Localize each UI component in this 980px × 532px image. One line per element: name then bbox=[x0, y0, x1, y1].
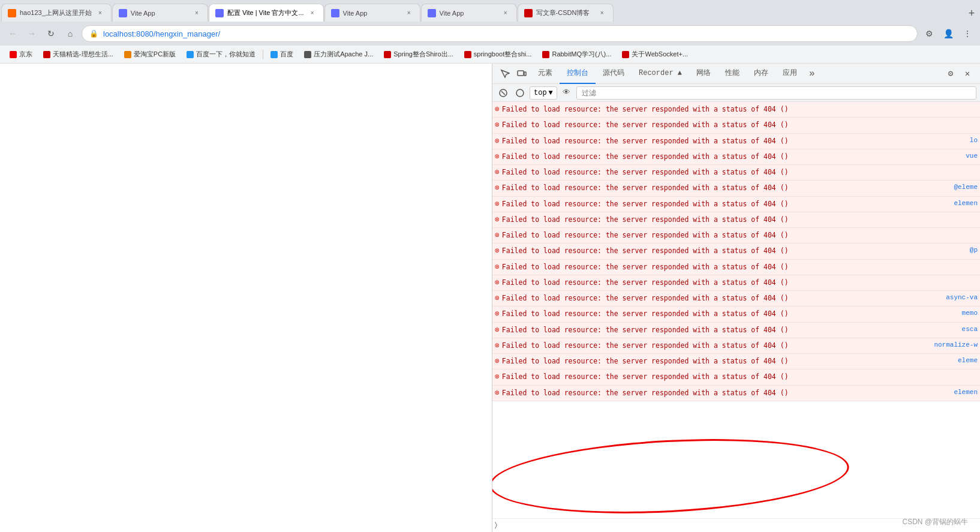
console-row-5[interactable]: ⊗Failed to load resource: the server res… bbox=[492, 181, 980, 196]
console-row-0[interactable]: ⊗Failed to load resource: the server res… bbox=[492, 102, 980, 118]
console-row-1[interactable]: ⊗Failed to load resource: the server res… bbox=[492, 118, 980, 133]
bookmark-item-7[interactable]: springboot整合shi... bbox=[459, 49, 537, 60]
console-message-11: Failed to load resource: the server resp… bbox=[502, 276, 978, 289]
bookmark-item-1[interactable]: 天猫精选-理想生活... bbox=[38, 49, 118, 60]
console-row-8[interactable]: ⊗Failed to load resource: the server res… bbox=[492, 228, 980, 244]
bookmark-label-5: 压力测试Apache J... bbox=[314, 50, 373, 59]
tab-close-tab1[interactable]: × bbox=[95, 8, 105, 18]
console-source-6[interactable]: elemen bbox=[954, 198, 978, 207]
console-source-14[interactable]: esca bbox=[962, 324, 978, 333]
devtools-tab-recorder[interactable]: Recorder ▲ bbox=[632, 64, 689, 84]
tab-close-tab4[interactable]: × bbox=[404, 8, 414, 18]
console-source-16[interactable]: eleme bbox=[958, 355, 978, 364]
bookmark-item-9[interactable]: 关于WebSocket+... bbox=[617, 49, 693, 60]
console-message-14: Failed to load resource: the server resp… bbox=[502, 324, 957, 336]
console-message-1: Failed to load resource: the server resp… bbox=[502, 119, 978, 131]
bookmarks-bar: 京东天猫精选-理想生活...爱淘宝PC新版百度一下，你就知道百度压力测试Apac… bbox=[0, 46, 980, 64]
browser-tab-tab6[interactable]: 写文章-CSDN博客× bbox=[518, 4, 614, 22]
clear-console-button[interactable] bbox=[496, 86, 510, 100]
back-button[interactable]: ← bbox=[5, 26, 20, 41]
address-text: localhost:8080/hengxin_manager/ bbox=[103, 29, 220, 38]
console-row-2[interactable]: ⊗Failed to load resource: the server res… bbox=[492, 134, 980, 149]
inspect-element-button[interactable] bbox=[497, 66, 513, 82]
error-icon-11: ⊗ bbox=[495, 278, 500, 287]
bookmark-label-7: springboot整合shi... bbox=[474, 50, 532, 59]
console-row-4[interactable]: ⊗Failed to load resource: the server res… bbox=[492, 165, 980, 181]
menu-button[interactable]: ⋮ bbox=[960, 26, 975, 41]
bookmark-item-8[interactable]: RabbitMQ学习(八)... bbox=[537, 49, 616, 60]
console-toolbar: top ▼ 👁 bbox=[492, 84, 980, 102]
devtools-tab-application[interactable]: 应用 bbox=[775, 64, 804, 84]
top-level-select[interactable]: top ▼ bbox=[530, 86, 557, 100]
console-source-9[interactable]: @p bbox=[970, 245, 978, 254]
console-source-3[interactable]: vue bbox=[966, 151, 978, 160]
error-icon-13: ⊗ bbox=[495, 309, 500, 318]
browser-tab-tab3[interactable]: 配置 Vite | Vite 官方中文...× bbox=[209, 4, 324, 22]
console-source-2[interactable]: lo bbox=[970, 135, 978, 144]
browser-tab-tab5[interactable]: Vite App× bbox=[421, 4, 517, 22]
console-row-13[interactable]: ⊗Failed to load resource: the server res… bbox=[492, 306, 980, 322]
devtools-tab-network[interactable]: 网络 bbox=[689, 64, 718, 84]
bookmark-item-5[interactable]: 压力测试Apache J... bbox=[299, 49, 378, 60]
home-button[interactable]: ⌂ bbox=[62, 26, 78, 41]
profile-button[interactable]: 👤 bbox=[940, 26, 956, 41]
console-row-16[interactable]: ⊗Failed to load resource: the server res… bbox=[492, 354, 980, 369]
console-row-17[interactable]: ⊗Failed to load resource: the server res… bbox=[492, 369, 980, 385]
bookmark-item-6[interactable]: Spring整合Shiro出... bbox=[379, 49, 458, 60]
tab-favicon-tab2 bbox=[119, 9, 127, 17]
browser-tab-tab2[interactable]: Vite App× bbox=[112, 4, 208, 22]
csdn-text: CSDN @背锅的蜗牛 bbox=[902, 518, 968, 526]
devtools-tab-memory[interactable]: 内存 bbox=[747, 64, 775, 84]
bookmark-item-2[interactable]: 爱淘宝PC新版 bbox=[119, 49, 181, 60]
browser-tab-tab4[interactable]: Vite App× bbox=[324, 4, 420, 22]
console-source-12[interactable]: async-va bbox=[946, 292, 978, 301]
extensions-button[interactable]: ⚙ bbox=[921, 26, 937, 41]
tab-title-tab3: 配置 Vite | Vite 官方中文... bbox=[227, 8, 304, 17]
tab-close-tab6[interactable]: × bbox=[597, 8, 607, 18]
tab-close-tab3[interactable]: × bbox=[308, 8, 317, 18]
devtools-close-button[interactable]: ✕ bbox=[960, 66, 975, 82]
bookmark-item-3[interactable]: 百度一下，你就知道 bbox=[182, 49, 260, 60]
console-row-11[interactable]: ⊗Failed to load resource: the server res… bbox=[492, 275, 980, 291]
device-toolbar-button[interactable] bbox=[514, 66, 530, 82]
console-row-7[interactable]: ⊗Failed to load resource: the server res… bbox=[492, 212, 980, 228]
bookmark-item-4[interactable]: 百度 bbox=[266, 49, 298, 60]
console-row-14[interactable]: ⊗Failed to load resource: the server res… bbox=[492, 323, 980, 338]
refresh-button[interactable]: ↻ bbox=[43, 26, 59, 41]
console-filter-input[interactable] bbox=[576, 86, 976, 100]
tab-close-tab2[interactable]: × bbox=[192, 8, 202, 18]
console-row-12[interactable]: ⊗Failed to load resource: the server res… bbox=[492, 291, 980, 306]
browser-tab-tab1[interactable]: hao123_上网从这里开始× bbox=[1, 4, 112, 22]
error-icon-15: ⊗ bbox=[495, 341, 500, 350]
console-row-10[interactable]: ⊗Failed to load resource: the server res… bbox=[492, 260, 980, 275]
bookmarks-divider bbox=[263, 50, 263, 59]
bookmark-item-0[interactable]: 京东 bbox=[5, 49, 37, 60]
error-icon-18: ⊗ bbox=[495, 388, 500, 398]
devtools-tab-console[interactable]: 控制台 bbox=[560, 64, 596, 84]
bookmark-label-8: RabbitMQ学习(八)... bbox=[552, 50, 611, 59]
console-source-18[interactable]: elemen bbox=[954, 387, 978, 396]
filter-button[interactable] bbox=[513, 86, 527, 100]
devtools-tab-elements[interactable]: 元素 bbox=[531, 64, 560, 84]
error-icon-8: ⊗ bbox=[495, 230, 500, 240]
new-tab-button[interactable]: + bbox=[963, 5, 980, 22]
console-message-18: Failed to load resource: the server resp… bbox=[502, 387, 949, 399]
console-output[interactable]: ⊗Failed to load resource: the server res… bbox=[492, 102, 980, 518]
devtools-more-button[interactable]: » bbox=[805, 64, 819, 84]
console-message-3: Failed to load resource: the server resp… bbox=[502, 151, 961, 163]
console-source-13[interactable]: memo bbox=[962, 308, 978, 317]
address-bar[interactable]: 🔒 localhost:8080/hengxin_manager/ bbox=[82, 25, 918, 42]
devtools-tab-sources[interactable]: 源代码 bbox=[596, 64, 632, 84]
console-source-5[interactable]: @eleme bbox=[954, 182, 978, 191]
devtools-settings-button[interactable]: ⚙ bbox=[943, 66, 958, 82]
forward-button[interactable]: → bbox=[24, 26, 40, 41]
console-eye-button[interactable]: 👁 bbox=[560, 86, 574, 100]
tab-close-tab5[interactable]: × bbox=[501, 8, 510, 18]
console-row-18[interactable]: ⊗Failed to load resource: the server res… bbox=[492, 386, 980, 401]
console-row-15[interactable]: ⊗Failed to load resource: the server res… bbox=[492, 338, 980, 354]
console-source-15[interactable]: normalize-w bbox=[934, 339, 978, 348]
console-row-3[interactable]: ⊗Failed to load resource: the server res… bbox=[492, 149, 980, 165]
console-row-6[interactable]: ⊗Failed to load resource: the server res… bbox=[492, 197, 980, 212]
devtools-tab-performance[interactable]: 性能 bbox=[718, 64, 747, 84]
console-row-9[interactable]: ⊗Failed to load resource: the server res… bbox=[492, 244, 980, 259]
